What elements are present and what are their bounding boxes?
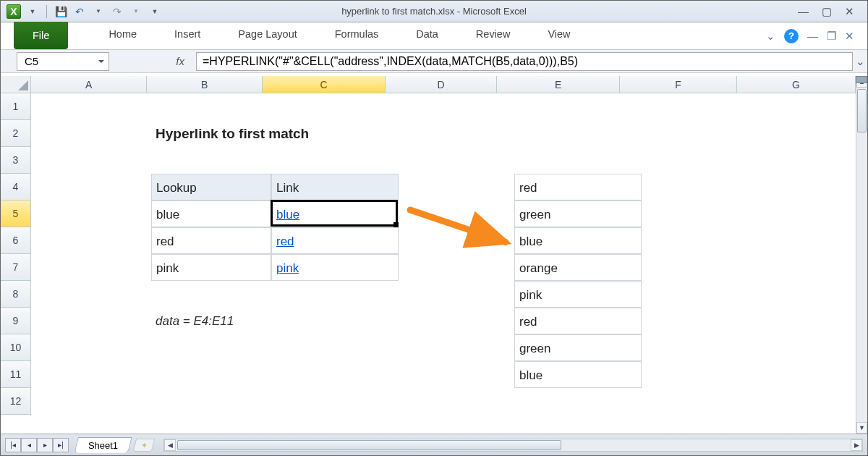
ribbon-minimize-icon[interactable]: ⌄ (766, 30, 775, 43)
horizontal-scrollbar[interactable]: ◀ ▶ (163, 439, 863, 452)
tab-formulas[interactable]: Formulas (316, 22, 397, 49)
redo-icon[interactable]: ↷ (110, 4, 124, 19)
cell-lookup-1[interactable]: red (151, 227, 271, 254)
row-header-2[interactable]: 2 (1, 120, 31, 147)
sheet-nav-next-icon[interactable]: ▸ (37, 438, 53, 452)
row-header-8[interactable]: 8 (1, 281, 31, 308)
select-all-button[interactable] (1, 76, 31, 93)
new-sheet-button[interactable]: ✦ (133, 439, 155, 452)
workbook-restore-icon[interactable]: ❐ (827, 30, 836, 43)
horizontal-scroll-thumb[interactable] (177, 440, 561, 450)
row-headers: 123456789101112 (1, 93, 31, 434)
undo-icon[interactable]: ↶ (72, 4, 87, 19)
tab-view[interactable]: View (529, 22, 589, 49)
sheet-nav-last-icon[interactable]: ▸| (53, 438, 69, 452)
workbook-minimize-icon[interactable]: — (807, 30, 818, 42)
sheet-nav: |◂ ◂ ▸ ▸| (5, 438, 69, 452)
cell-data-5[interactable]: red (514, 308, 642, 334)
vertical-scroll-thumb[interactable] (857, 89, 867, 132)
column-header-A[interactable]: A (31, 76, 147, 93)
tab-data[interactable]: Data (397, 22, 457, 49)
sheet-nav-prev-icon[interactable]: ◂ (21, 438, 37, 452)
sheet-tab[interactable]: Sheet1 (74, 437, 132, 453)
cell-link-2-link[interactable]: pink (276, 261, 299, 275)
save-icon[interactable]: 💾 (54, 4, 68, 19)
file-tab[interactable]: File (14, 22, 68, 49)
column-header-D[interactable]: D (386, 76, 497, 93)
column-header-F[interactable]: F (620, 76, 737, 93)
row-header-12[interactable]: 12 (1, 388, 31, 415)
title-bar: X ▼ 💾 ↶ ▼ ↷ ▼ ▼ hyperlink to first match… (1, 1, 867, 22)
close-icon[interactable]: ✕ (845, 6, 854, 17)
cell-data-3[interactable]: orange (514, 254, 642, 281)
tab-insert[interactable]: Insert (156, 22, 219, 49)
workbook-close-icon[interactable]: ✕ (845, 30, 854, 43)
column-header-C[interactable]: C (263, 76, 386, 93)
row-header-4[interactable]: 4 (1, 174, 31, 200)
vertical-scrollbar[interactable]: ▲ ▼ (856, 76, 867, 434)
tab-review[interactable]: Review (457, 22, 529, 49)
undo-dropdown-icon[interactable]: ▼ (91, 4, 106, 19)
formula-expand-icon[interactable]: ⌄ (853, 55, 867, 68)
worksheet-grid: ABCDEFG 123456789101112 Hyperlink to fir… (1, 76, 856, 434)
scroll-down-icon[interactable]: ▼ (856, 422, 867, 434)
formula-text: =HYPERLINK("#"&CELL("address",INDEX(data… (203, 55, 578, 68)
cell-lookup-header[interactable]: Lookup (151, 174, 271, 200)
row-header-10[interactable]: 10 (1, 334, 31, 361)
cell-lookup-0[interactable]: blue (151, 200, 271, 227)
column-header-G[interactable]: G (737, 76, 856, 93)
cell-title[interactable]: Hyperlink to first match (151, 120, 271, 147)
qat-customize-icon[interactable]: ▼ (148, 4, 162, 19)
ribbon: File Home Insert Page Layout Formulas Da… (1, 22, 867, 50)
cell-link-1[interactable]: red (271, 227, 399, 254)
split-handle[interactable] (856, 76, 867, 83)
name-box-value: C5 (25, 55, 38, 67)
sheet-tab-label: Sheet1 (88, 440, 118, 451)
cell-data-7[interactable]: blue (514, 361, 642, 388)
cell-data-4[interactable]: pink (514, 281, 642, 308)
cell-link-2[interactable]: pink (271, 254, 399, 281)
sheet-nav-first-icon[interactable]: |◂ (5, 438, 21, 452)
fx-icon[interactable]: fx (176, 55, 184, 67)
cell-note[interactable]: data = E4:E11 (151, 308, 271, 334)
redo-dropdown-icon[interactable]: ▼ (129, 4, 143, 19)
row-header-9[interactable]: 9 (1, 308, 31, 334)
tab-home[interactable]: Home (90, 22, 156, 49)
window-controls: — ▢ ✕ (798, 6, 867, 17)
svg-line-0 (410, 210, 506, 242)
row-header-6[interactable]: 6 (1, 227, 31, 254)
column-header-E[interactable]: E (497, 76, 620, 93)
qat-dropdown-icon[interactable]: ▼ (25, 4, 40, 19)
row-header-11[interactable]: 11 (1, 361, 31, 388)
cells-area[interactable]: Hyperlink to first matchLookupLinkbluebl… (31, 93, 856, 434)
scroll-left-icon[interactable]: ◀ (164, 439, 176, 451)
cell-link-0-link[interactable]: blue (276, 208, 299, 221)
cell-data-0[interactable]: red (514, 174, 642, 200)
minimize-icon[interactable]: — (798, 6, 809, 17)
quick-access-toolbar: X ▼ 💾 ↶ ▼ ↷ ▼ ▼ (1, 4, 162, 19)
cell-lookup-2[interactable]: pink (151, 254, 271, 281)
cell-link-header[interactable]: Link (271, 174, 399, 200)
row-header-1[interactable]: 1 (1, 93, 31, 120)
row-header-5[interactable]: 5 (1, 200, 31, 227)
help-icon[interactable]: ? (784, 29, 799, 43)
cell-link-0[interactable]: blue (271, 200, 399, 227)
maximize-icon[interactable]: ▢ (822, 6, 832, 17)
cell-data-6[interactable]: green (514, 334, 642, 361)
excel-icon[interactable]: X (7, 4, 21, 19)
column-headers: ABCDEFG (31, 76, 856, 93)
name-box[interactable]: C5 (17, 52, 109, 71)
excel-icon-glyph: X (10, 6, 17, 17)
cell-data-1[interactable]: green (514, 200, 642, 227)
row-header-3[interactable]: 3 (1, 147, 31, 174)
row-header-7[interactable]: 7 (1, 254, 31, 281)
cell-data-2[interactable]: blue (514, 227, 642, 254)
ribbon-right-controls: ⌄ ? — ❐ ✕ (766, 22, 867, 49)
column-header-B[interactable]: B (147, 76, 263, 93)
formula-input[interactable]: =HYPERLINK("#"&CELL("address",INDEX(data… (196, 52, 853, 71)
formula-controls: ✕ ✓ fx (109, 55, 196, 68)
scroll-right-icon[interactable]: ▶ (851, 439, 862, 451)
cell-link-1-link[interactable]: red (276, 235, 294, 248)
tab-page-layout[interactable]: Page Layout (219, 22, 315, 49)
new-sheet-icon: ✦ (141, 440, 148, 449)
